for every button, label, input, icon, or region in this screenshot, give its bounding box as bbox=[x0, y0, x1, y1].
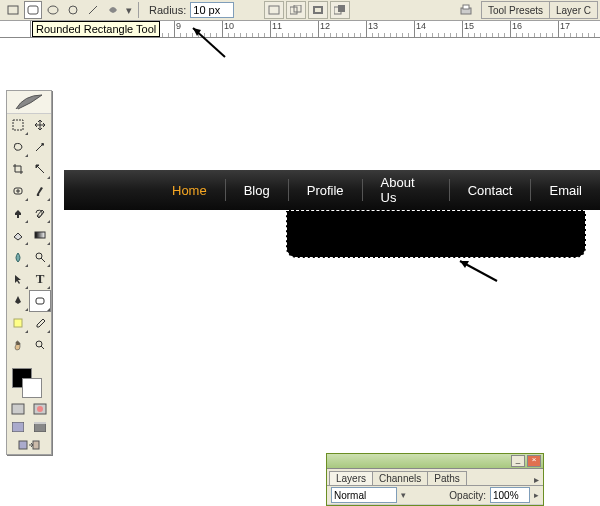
eraser-tool-icon[interactable] bbox=[7, 224, 29, 246]
ellipse-tool-icon[interactable] bbox=[44, 1, 62, 19]
ruler-tick-label: 13 bbox=[368, 21, 378, 31]
svg-line-4 bbox=[89, 6, 97, 14]
ruler-tick-label: 15 bbox=[464, 21, 474, 31]
jump-to-imageready-icon[interactable] bbox=[7, 436, 51, 454]
svg-rect-22 bbox=[12, 404, 24, 414]
nav-item-blog[interactable]: Blog bbox=[226, 179, 289, 201]
feather-icon bbox=[14, 93, 44, 111]
ruler-tick-label: 17 bbox=[560, 21, 570, 31]
tab-layers[interactable]: Layers bbox=[329, 471, 373, 485]
radius-input[interactable] bbox=[190, 2, 234, 18]
svg-point-3 bbox=[69, 6, 77, 14]
toolbox-header[interactable] bbox=[7, 91, 51, 114]
svg-rect-27 bbox=[34, 422, 46, 424]
tool-presets-tab[interactable]: Tool Presets bbox=[481, 1, 550, 19]
print-icon[interactable] bbox=[457, 2, 475, 18]
polygon-tool-icon[interactable] bbox=[64, 1, 82, 19]
shape-tool-icon[interactable] bbox=[29, 290, 51, 312]
ruler-tick-label: 11 bbox=[272, 21, 282, 31]
svg-point-15 bbox=[42, 143, 44, 145]
background-color-swatch[interactable] bbox=[22, 378, 42, 398]
annotation-arrow-icon bbox=[452, 256, 502, 296]
clone-stamp-tool-icon[interactable] bbox=[7, 202, 29, 224]
ruler-tick-label: 16 bbox=[512, 21, 522, 31]
notes-tool-icon[interactable] bbox=[7, 312, 29, 334]
svg-rect-0 bbox=[8, 6, 18, 14]
add-to-shape-icon[interactable] bbox=[286, 1, 306, 19]
slice-tool-icon[interactable] bbox=[29, 158, 51, 180]
radius-label: Radius: bbox=[149, 4, 186, 16]
healing-brush-tool-icon[interactable] bbox=[7, 180, 29, 202]
options-bar: ▾ Radius: Tool Presets Layer C bbox=[0, 0, 600, 21]
svg-rect-11 bbox=[338, 5, 345, 12]
rounded-rectangle-tool-icon[interactable] bbox=[24, 1, 42, 19]
website-nav-bar: HomeBlogProfileAbout UsContactEmail bbox=[64, 170, 600, 210]
crop-tool-icon[interactable] bbox=[7, 158, 29, 180]
intersect-shape-icon[interactable] bbox=[330, 1, 350, 19]
lasso-tool-icon[interactable] bbox=[7, 136, 29, 158]
gradient-tool-icon[interactable] bbox=[29, 224, 51, 246]
new-shape-layer-icon[interactable] bbox=[264, 1, 284, 19]
custom-shape-tool-icon[interactable] bbox=[104, 1, 122, 19]
blur-tool-icon[interactable] bbox=[7, 246, 29, 268]
nav-item-email[interactable]: Email bbox=[531, 179, 600, 201]
tab-paths[interactable]: Paths bbox=[427, 471, 467, 485]
tooltip-rounded-rectangle: Rounded Rectangle Tool bbox=[32, 21, 160, 37]
nav-item-home[interactable]: Home bbox=[154, 179, 226, 201]
svg-rect-14 bbox=[13, 120, 23, 130]
screen-mode-standard-icon[interactable] bbox=[7, 418, 29, 436]
color-swatches[interactable] bbox=[7, 356, 51, 400]
svg-point-24 bbox=[37, 406, 43, 412]
svg-rect-9 bbox=[315, 8, 321, 12]
chevron-down-icon[interactable]: ▾ bbox=[401, 490, 406, 500]
svg-rect-17 bbox=[35, 232, 45, 238]
svg-point-2 bbox=[48, 6, 58, 14]
panel-menu-icon[interactable]: ▸ bbox=[529, 474, 543, 485]
svg-rect-20 bbox=[14, 319, 22, 327]
toolbox-panel: T bbox=[6, 90, 52, 455]
annotation-arrow-icon bbox=[185, 22, 235, 62]
svg-rect-29 bbox=[33, 441, 39, 449]
brush-tool-icon[interactable] bbox=[29, 180, 51, 202]
nav-item-profile[interactable]: Profile bbox=[289, 179, 363, 201]
svg-rect-1 bbox=[28, 6, 38, 14]
marquee-tool-icon[interactable] bbox=[7, 114, 29, 136]
ruler-tick-label: 14 bbox=[416, 21, 426, 31]
blend-mode-select[interactable] bbox=[331, 487, 397, 503]
subtract-from-shape-icon[interactable] bbox=[308, 1, 328, 19]
layers-panel: _ × Layers Channels Paths ▸ ▾ Opacity: ▸ bbox=[326, 453, 544, 506]
pen-tool-icon[interactable] bbox=[7, 290, 29, 312]
svg-rect-5 bbox=[269, 6, 279, 14]
svg-rect-19 bbox=[36, 298, 44, 304]
nav-item-about-us[interactable]: About Us bbox=[363, 179, 450, 201]
opacity-label: Opacity: bbox=[449, 490, 486, 501]
zoom-tool-icon[interactable] bbox=[29, 334, 51, 356]
shape-options-dropdown-icon[interactable]: ▾ bbox=[124, 2, 134, 18]
opacity-chevron-icon[interactable]: ▸ bbox=[534, 490, 539, 500]
hand-tool-icon[interactable] bbox=[7, 334, 29, 356]
close-icon[interactable]: × bbox=[527, 455, 541, 467]
move-tool-icon[interactable] bbox=[29, 114, 51, 136]
type-tool-icon[interactable]: T bbox=[29, 268, 51, 290]
standard-mode-icon[interactable] bbox=[7, 400, 29, 418]
svg-rect-13 bbox=[463, 5, 469, 9]
eyedropper-tool-icon[interactable] bbox=[29, 312, 51, 334]
history-brush-tool-icon[interactable] bbox=[29, 202, 51, 224]
rectangle-tool-icon[interactable] bbox=[4, 1, 22, 19]
svg-rect-28 bbox=[19, 441, 27, 449]
screen-mode-full-menubar-icon[interactable] bbox=[29, 418, 51, 436]
layer-comps-tab[interactable]: Layer C bbox=[549, 1, 598, 19]
rounded-rectangle-selection bbox=[286, 210, 586, 258]
dodge-tool-icon[interactable] bbox=[29, 246, 51, 268]
ruler-tick-label: 9 bbox=[176, 21, 181, 31]
nav-item-contact[interactable]: Contact bbox=[450, 179, 532, 201]
line-tool-icon[interactable] bbox=[84, 1, 102, 19]
magic-wand-tool-icon[interactable] bbox=[29, 136, 51, 158]
tab-channels[interactable]: Channels bbox=[372, 471, 428, 485]
layers-panel-titlebar[interactable]: _ × bbox=[327, 454, 543, 469]
path-selection-tool-icon[interactable] bbox=[7, 268, 29, 290]
minimize-icon[interactable]: _ bbox=[511, 455, 525, 467]
quickmask-mode-icon[interactable] bbox=[29, 400, 51, 418]
ruler-tick-label: 12 bbox=[320, 21, 330, 31]
opacity-input[interactable] bbox=[490, 487, 530, 503]
